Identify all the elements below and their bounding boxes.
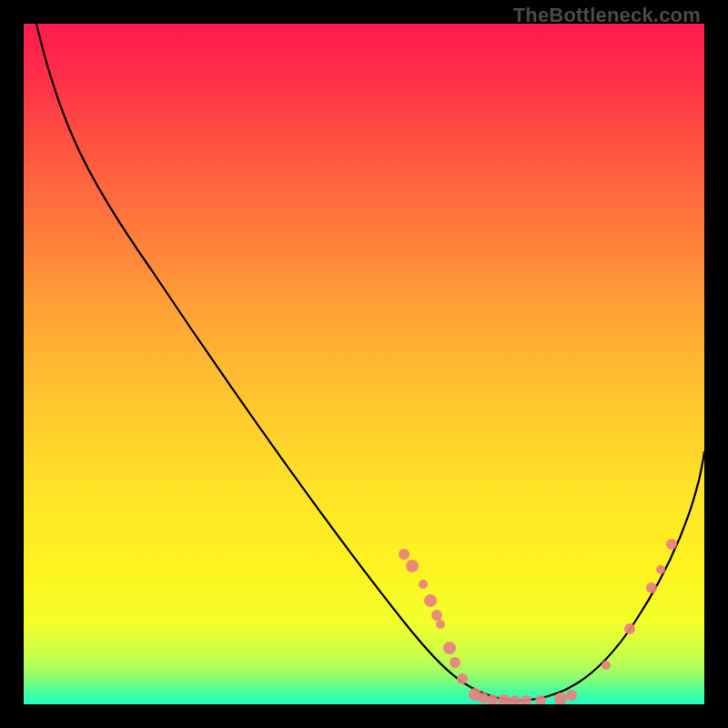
data-marker	[443, 642, 456, 654]
data-marker	[510, 695, 521, 704]
chart-frame	[24, 24, 704, 704]
data-marker	[666, 539, 677, 550]
bottleneck-curve	[36, 24, 704, 701]
data-marker	[399, 549, 410, 560]
data-marker	[406, 560, 419, 572]
data-marker	[521, 695, 531, 704]
data-marker	[656, 565, 665, 574]
data-marker	[566, 690, 577, 701]
data-marker	[646, 582, 657, 593]
data-marker	[498, 694, 511, 704]
data-marker	[602, 661, 611, 670]
data-marker	[478, 693, 489, 703]
data-marker	[450, 657, 460, 668]
data-marker	[624, 623, 635, 634]
data-marker	[424, 594, 437, 607]
data-marker	[436, 620, 445, 629]
chart-svg	[24, 24, 704, 704]
data-marker	[431, 610, 442, 621]
data-marker	[419, 580, 428, 589]
data-marker	[457, 673, 468, 684]
